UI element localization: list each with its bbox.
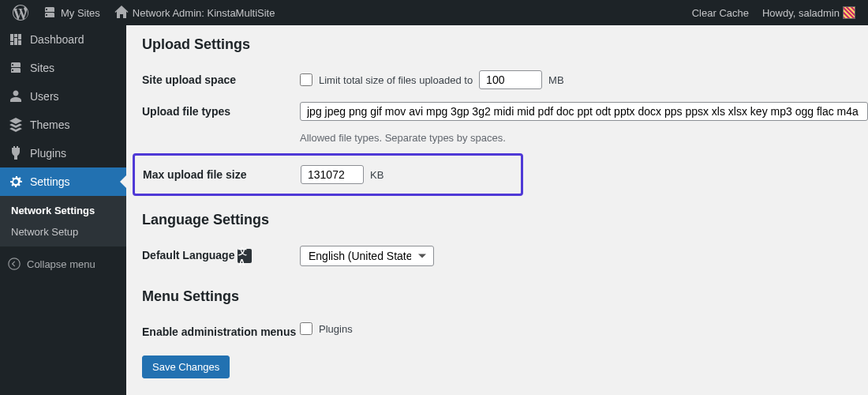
sidebar-item-settings[interactable]: Settings xyxy=(0,167,126,196)
sidebar-item-plugins[interactable]: Plugins xyxy=(0,139,126,167)
svg-point-0 xyxy=(9,258,20,269)
sidebar-item-sites[interactable]: Sites xyxy=(0,54,126,82)
max-upload-input[interactable] xyxy=(301,165,364,184)
max-upload-label: Max upload file size xyxy=(143,165,301,181)
admin-toolbar: My Sites Network Admin: KinstaMultiSite … xyxy=(0,0,868,25)
avatar xyxy=(843,6,855,19)
account-link[interactable]: Howdy, saladmin xyxy=(758,6,860,19)
upload-limit-input[interactable] xyxy=(479,70,542,89)
upload-limit-unit: MB xyxy=(548,74,564,86)
themes-icon xyxy=(8,117,24,133)
language-settings-heading: Language Settings xyxy=(142,212,852,228)
wordpress-icon xyxy=(13,5,28,21)
max-upload-row: Max upload file size KB xyxy=(143,165,513,184)
default-language-select[interactable]: English (United States) xyxy=(300,246,434,266)
sites-icon xyxy=(8,60,24,76)
dashboard-icon xyxy=(8,32,24,47)
save-changes-button[interactable]: Save Changes xyxy=(142,356,230,378)
submenu-network-setup[interactable]: Network Setup xyxy=(0,221,126,243)
limit-upload-label: Limit total size of files uploaded to xyxy=(319,74,473,86)
submenu-network-settings[interactable]: Network Settings xyxy=(0,200,126,221)
settings-icon xyxy=(8,174,24,190)
collapse-icon xyxy=(8,258,21,270)
upload-file-types-label: Upload file types xyxy=(142,102,300,118)
network-admin-link[interactable]: Network Admin: KinstaMultiSite xyxy=(109,5,280,21)
admin-sidebar: Dashboard Sites Users Themes Plugins Set… xyxy=(0,25,126,395)
sidebar-item-themes[interactable]: Themes xyxy=(0,111,126,139)
home-icon xyxy=(114,5,129,21)
adminbar-left: My Sites Network Admin: KinstaMultiSite xyxy=(8,5,279,21)
sidebar-item-users[interactable]: Users xyxy=(0,82,126,111)
enable-admin-menus-row: Enable administration menus Plugins xyxy=(142,316,852,344)
clear-cache-link[interactable]: Clear Cache xyxy=(687,7,754,19)
plugins-icon xyxy=(8,145,24,161)
upload-file-types-input[interactable] xyxy=(300,102,868,121)
default-language-label: Default Language文A xyxy=(142,246,300,263)
site-upload-space-row: Site upload space Limit total size of fi… xyxy=(142,64,852,96)
default-language-row: Default Language文A English (United State… xyxy=(142,239,852,273)
sites-icon xyxy=(42,5,58,21)
enable-admin-menus-label: Enable administration menus xyxy=(142,322,300,338)
site-upload-space-label: Site upload space xyxy=(142,70,300,86)
plugins-menu-label: Plugins xyxy=(319,323,353,335)
translate-icon: 文A xyxy=(238,249,252,263)
max-upload-unit: KB xyxy=(370,169,383,181)
plugins-menu-checkbox[interactable] xyxy=(300,322,312,335)
my-sites-link[interactable]: My Sites xyxy=(37,5,105,21)
upload-file-types-description: Allowed file types. Separate types by sp… xyxy=(300,132,868,144)
users-icon xyxy=(8,88,24,104)
limit-upload-checkbox[interactable] xyxy=(300,73,312,86)
sidebar-item-dashboard[interactable]: Dashboard xyxy=(0,25,126,54)
network-admin-label: Network Admin: KinstaMultiSite xyxy=(133,7,275,19)
menu-settings-heading: Menu Settings xyxy=(142,288,852,305)
adminbar-right: Clear Cache Howdy, saladmin xyxy=(687,6,860,19)
settings-submenu: Network Settings Network Setup xyxy=(0,196,126,246)
collapse-menu[interactable]: Collapse menu xyxy=(0,251,126,276)
wp-logo-link[interactable] xyxy=(8,5,33,21)
my-sites-label: My Sites xyxy=(61,7,100,19)
upload-file-types-row: Upload file types Allowed file types. Se… xyxy=(142,96,852,150)
max-upload-highlight: Max upload file size KB xyxy=(133,153,523,196)
upload-settings-heading: Upload Settings xyxy=(142,36,852,53)
main-content: Upload Settings Site upload space Limit … xyxy=(126,25,868,395)
